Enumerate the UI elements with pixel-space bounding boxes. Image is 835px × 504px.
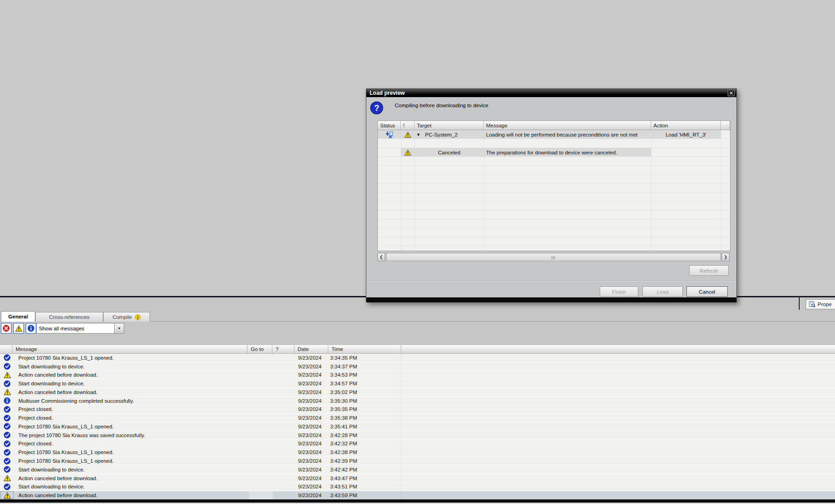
properties-tab[interactable]: Prope <box>806 299 835 309</box>
message-time: 3:34:37 PM <box>330 362 367 371</box>
close-icon[interactable]: ✕ <box>728 90 735 96</box>
message-time: 3:42:32 PM <box>330 440 367 448</box>
load-preview-row[interactable]: CanceledThe preparations for download to… <box>378 148 730 157</box>
tab-compile[interactable]: Compile <box>103 312 150 322</box>
message-time: 3:35:30 PM <box>330 397 367 405</box>
message-row[interactable]: Multiuser Commissioning completed succes… <box>0 397 835 405</box>
message-row[interactable]: Project closed.9/23/20243:35:35 PM <box>0 405 835 414</box>
message-date: 9/23/2024 <box>298 466 328 474</box>
tab-general[interactable]: General <box>1 311 35 322</box>
dialog-bottom-bar <box>366 297 736 302</box>
column-header-time[interactable]: Time <box>328 345 401 353</box>
scroll-right-icon[interactable]: ❯ <box>722 253 730 261</box>
warning-filter-toggle-button[interactable] <box>13 323 24 334</box>
warning-icon <box>0 474 14 482</box>
warning-icon <box>0 371 14 379</box>
error-filter-toggle-button[interactable] <box>1 323 11 334</box>
success-icon <box>0 414 14 422</box>
scrollbar-track[interactable]: ||| <box>386 253 721 261</box>
message-text: Start downloading to device. <box>18 379 84 388</box>
finish-button[interactable]: Finish <box>600 286 638 297</box>
message-date: 9/23/2024 <box>298 397 328 405</box>
column-header-date[interactable]: Date <box>294 345 328 353</box>
column-header-?[interactable]: ? <box>272 345 294 353</box>
scroll-left-icon[interactable]: ❮ <box>377 253 385 261</box>
message-filter-value: Show all messages <box>37 326 114 331</box>
message-time: 3:34:53 PM <box>330 371 367 379</box>
tab-cross-references[interactable]: Cross-references <box>35 312 103 322</box>
refresh-button[interactable]: Refresh <box>689 265 729 276</box>
message-row[interactable]: Project 10780 Sia Krauss_LS_1 opened.9/2… <box>0 354 835 362</box>
tab-label: Compile <box>112 314 132 320</box>
message-row[interactable]: The project 10780 Sia Krauss was saved s… <box>0 431 835 440</box>
tia-portal-window: Prope GeneralCross-referencesCompile Sho… <box>0 0 835 504</box>
message-row[interactable]: Start downloading to device.9/23/20243:4… <box>0 482 835 491</box>
info-filter-toggle-button[interactable] <box>26 323 36 334</box>
column-header-go-to[interactable]: Go to <box>248 345 272 353</box>
column-header-message[interactable]: Message <box>12 345 248 353</box>
scrollbar-grip[interactable]: ||| <box>551 255 555 259</box>
message-filter-dropdown[interactable]: Show all messages ▼ <box>36 323 124 334</box>
dialog-footer-divider <box>367 280 736 281</box>
action-cell[interactable]: Load 'HMI_RT_3' <box>651 130 721 139</box>
dialog-column-header-target: Target <box>415 121 484 130</box>
dialog-column-header-spacer <box>721 121 730 130</box>
success-icon <box>0 354 14 362</box>
message-time: 3:43:47 PM <box>330 474 367 482</box>
message-row[interactable]: Action canceled before download.9/23/202… <box>0 491 835 500</box>
message-row[interactable]: Project 10780 Sia Krauss_LS_1 opened.9/2… <box>0 422 835 431</box>
message-text: Action canceled before download. <box>18 491 98 499</box>
message-time: 3:34:35 PM <box>330 354 367 362</box>
success-icon <box>0 440 14 448</box>
message-time: 3:42:42 PM <box>330 466 367 474</box>
message-text: Action canceled before download. <box>18 371 98 379</box>
message-row[interactable]: Action canceled before download.9/23/202… <box>0 474 835 483</box>
message-time: 3:34:57 PM <box>330 379 367 388</box>
message-text: Multiuser Commissioning completed succes… <box>18 397 134 405</box>
cancel-button-label: Cancel <box>699 289 715 295</box>
success-icon <box>0 466 14 474</box>
message-row[interactable]: Project 10780 Sia Krauss_LS_1 opened.9/2… <box>0 457 835 466</box>
message-time: 3:35:41 PM <box>330 422 367 431</box>
message-text: Action canceled before download. <box>18 388 98 396</box>
message-row[interactable]: Action canceled before download.9/23/202… <box>0 371 835 380</box>
message-row[interactable]: Project 10780 Sia Krauss_LS_1 opened.9/2… <box>0 448 835 457</box>
message-cell: The preparations for download to device … <box>486 148 617 157</box>
properties-icon <box>809 301 815 307</box>
load-preview-dialog: Load preview ✕ ? Compiling before downlo… <box>366 88 737 302</box>
success-icon <box>0 482 14 491</box>
expander-icon[interactable]: ▼ <box>416 130 423 139</box>
warning-icon <box>401 130 415 139</box>
statusbar-divider <box>0 499 835 503</box>
load-button[interactable]: Load <box>642 286 683 297</box>
message-row[interactable]: Project closed.9/23/20243:42:32 PM <box>0 440 835 449</box>
message-row[interactable]: Project closed.9/23/20243:35:38 PM <box>0 414 835 422</box>
message-row[interactable]: Start downloading to device.9/23/20243:3… <box>0 379 835 388</box>
download-canceled-icon <box>378 130 401 139</box>
refresh-button-label: Refresh <box>700 268 718 274</box>
tab-label: Cross-references <box>49 314 89 320</box>
message-date: 9/23/2024 <box>298 405 328 414</box>
message-row[interactable]: Action canceled before download.9/23/202… <box>0 388 835 397</box>
dialog-titlebar[interactable]: Load preview ✕ <box>366 89 736 97</box>
message-text: Project 10780 Sia Krauss_LS_1 opened. <box>18 448 114 456</box>
message-date: 9/23/2024 <box>298 354 328 362</box>
inspector-tabstrip: GeneralCross-referencesCompile <box>0 311 835 322</box>
message-date: 9/23/2024 <box>298 388 328 396</box>
message-row[interactable]: Start downloading to device.9/23/20243:3… <box>0 362 835 371</box>
info-icon <box>0 397 14 405</box>
message-time: 3:43:59 PM <box>330 491 367 499</box>
success-icon <box>0 422 14 431</box>
cancel-button[interactable]: Cancel <box>686 286 728 297</box>
message-row[interactable]: Start downloading to device.9/23/20243:4… <box>0 466 835 474</box>
warning-icon <box>0 388 14 396</box>
horizontal-scrollbar: ❮ ||| ❯ <box>377 253 730 261</box>
load-preview-row[interactable]: ▼PC-System_2Loading will not be performe… <box>378 130 730 139</box>
success-icon <box>0 431 14 439</box>
inspector-corner-divider <box>799 296 800 310</box>
message-text: Action canceled before download. <box>18 474 98 482</box>
chevron-down-icon[interactable]: ▼ <box>114 323 124 333</box>
message-date: 9/23/2024 <box>298 474 328 482</box>
message-date: 9/23/2024 <box>298 448 328 456</box>
success-icon <box>0 379 14 388</box>
